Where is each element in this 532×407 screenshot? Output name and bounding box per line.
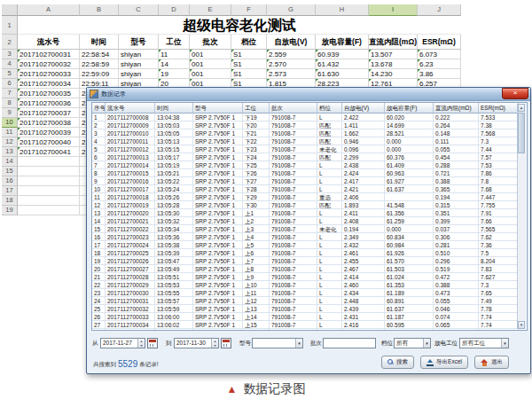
table-row[interactable]: 1201711270000813:04:38SRP 2.7V50F 1下1979… [92,113,527,121]
excel-cell[interactable]: 001 [190,59,231,69]
excel-cell[interactable]: shiyan [119,50,159,59]
excel-cell[interactable]: 14 [159,59,190,69]
from-calendar-icon[interactable] [147,338,158,348]
records-column-header[interactable]: ESR(mΩ) [479,103,519,113]
excel-cell[interactable]: 2017102700033 [18,69,80,79]
table-row[interactable]: 11201711270001813:05:26SRP 2.7V50F 1下297… [92,193,527,201]
search-button[interactable]: 搜索 [381,356,414,369]
excel-cell[interactable]: 001 [190,50,231,59]
excel-cell[interactable]: 2017102700035 [18,89,80,98]
excel-cell[interactable]: 2017102700039 [18,128,80,137]
excel-column-header-C[interactable]: C [119,4,159,16]
export-excel-button[interactable]: 导出Excel [420,356,468,369]
records-column-header[interactable]: 序号 [92,103,106,113]
table-row[interactable]: 5201711270001213:05:15SRP 2.7V50F 1下2379… [92,145,527,153]
excel-cell[interactable]: 2017102700036 [18,98,80,108]
excel-column-header-D[interactable]: D [159,4,190,16]
excel-cell[interactable] [18,206,80,215]
excel-column-header-G[interactable]: G [267,4,316,16]
excel-cell[interactable]: 13.678 [369,59,418,69]
excel-cell[interactable]: S1 [231,69,267,79]
grade-select[interactable]: 所有 ▾ [394,338,431,348]
dropdown-arrow-icon[interactable]: ▾ [501,339,508,348]
excel-row-number[interactable]: 11 [2,128,18,137]
select-all-corner[interactable] [2,4,18,16]
excel-cell[interactable]: 2.570 [267,59,316,69]
records-column-header[interactable]: 自放电(V) [342,103,385,113]
table-row[interactable]: 21201711270002813:05:51SRP 2.7V50F 1上979… [92,273,527,281]
excel-row-number[interactable]: 7 [2,89,18,98]
table-row[interactable]: 10201711270001713:05:24SRP 2.7V50F 1下287… [92,185,527,193]
excel-cell[interactable] [18,176,80,186]
table-row[interactable]: 22201711270002913:05:53SRP 2.7V50F 1上107… [92,281,527,289]
date-spinner-icon[interactable]: ▴▾ [137,339,145,348]
records-column-header[interactable]: 放电容量(F) [385,103,434,113]
records-column-header[interactable]: 时间 [155,103,193,113]
exit-button[interactable]: 退出 [474,356,509,369]
excel-cell[interactable]: 60.939 [316,50,369,59]
excel-cell[interactable]: 6.23 [418,59,461,69]
excel-cell[interactable]: S1 [231,50,267,59]
excel-column-header-B[interactable]: B [80,4,119,16]
table-row[interactable]: 8201711270001513:05:21SRP 2.7V50F 1下2679… [92,169,527,177]
table-row[interactable]: 26201711270003313:06:00SRP 2.7V50F 1上147… [92,313,527,321]
table-row[interactable]: 16201711270002313:05:36SRP 2.7V50F 1上479… [92,233,527,241]
table-row[interactable]: 17201711270002413:05:38SRP 2.7V50F 1上579… [92,241,527,249]
model-select[interactable]: ▾ [252,338,303,348]
excel-cell[interactable]: 2017102700037 [18,108,80,118]
excel-column-header-J[interactable]: J [418,4,461,16]
excel-column-header-H[interactable]: H [316,4,369,16]
from-date-input[interactable]: 2017-11-27 ▴▾ [100,338,145,348]
excel-row-number[interactable]: 9 [2,108,18,118]
excel-cell[interactable]: 61.630 [316,69,369,79]
records-column-header[interactable]: 流水号 [106,103,155,113]
excel-column-header-F[interactable]: F [231,4,267,16]
excel-row-number[interactable]: 17 [2,186,18,196]
excel-cell[interactable]: 6.073 [418,50,461,59]
batch-input[interactable] [323,338,376,348]
excel-cell[interactable]: 2017102700040 [18,137,80,147]
date-spinner-icon[interactable]: ▴▾ [211,339,218,348]
excel-cell[interactable] [18,167,80,176]
close-button[interactable]: × [502,88,528,99]
excel-cell[interactable]: 3.86 [418,69,461,79]
table-row[interactable]: 27201711270003413:06:02SRP 2.7V50F 1上157… [92,321,527,329]
dropdown-arrow-icon[interactable]: ▾ [295,339,302,348]
table-row[interactable]: 19201711270002613:05:47SRP 2.7V50F 1上779… [92,257,527,265]
excel-row-number[interactable]: 3 [2,50,18,59]
excel-cell[interactable]: 2017102700041 [18,147,80,157]
excel-row-number[interactable]: 14 [2,157,18,167]
excel-row-number[interactable]: 18 [2,196,18,206]
excel-cell[interactable]: 13.507 [369,50,418,59]
vertical-scrollbar[interactable]: ▴ ▾ [517,104,526,329]
excel-cell[interactable]: 11 [159,50,190,59]
table-row[interactable]: 18201711270002513:05:39SRP 2.7V50F 1上679… [92,249,527,257]
excel-cell[interactable]: 2.573 [267,69,316,79]
excel-column-header-A[interactable]: A [18,4,80,16]
excel-cell[interactable]: S1 [231,59,267,69]
records-column-header[interactable]: 批次 [270,103,317,113]
excel-cell[interactable]: 61.432 [316,59,369,69]
table-row[interactable]: 15201711270002213:05:34SRP 2.7V50F 1上379… [92,225,527,233]
excel-row-number[interactable]: 8 [2,98,18,108]
table-row[interactable]: 23201711270003013:05:55SRP 2.7V50F 1上117… [92,289,527,297]
excel-cell[interactable] [18,157,80,167]
table-row[interactable]: 25201711270003213:05:59SRP 2.7V50F 1上137… [92,305,527,313]
excel-row-number[interactable]: 13 [2,147,18,157]
table-row[interactable]: 14201711270002113:05:32SRP 2.7V50F 1上279… [92,217,527,225]
excel-cell[interactable]: shiyan [119,59,159,69]
excel-cell[interactable] [18,196,80,206]
excel-row-number[interactable]: 4 [2,59,18,69]
table-row[interactable]: 24201711270003113:05:57SRP 2.7V50F 1上127… [92,297,527,305]
excel-row-number[interactable]: 6 [2,79,18,89]
excel-cell[interactable]: 2017102700038 [18,118,80,128]
scroll-down-icon[interactable]: ▾ [518,321,525,329]
excel-cell[interactable]: 19 [159,69,190,79]
table-row[interactable]: 13201711270002013:05:30SRP 2.7V50F 1上179… [92,209,527,217]
excel-row-number[interactable]: 1 [2,16,18,35]
excel-cell[interactable]: 001 [190,69,231,79]
records-column-header[interactable]: 直流内阻(mΩ) [434,103,479,113]
table-row[interactable]: 9201711270001613:05:22SRP 2.7V50F 1下2779… [92,177,527,185]
excel-cell[interactable]: 22:58:59 [80,59,119,69]
table-row[interactable]: 20201711270002713:05:49SRP 2.7V50F 1上879… [92,265,527,273]
